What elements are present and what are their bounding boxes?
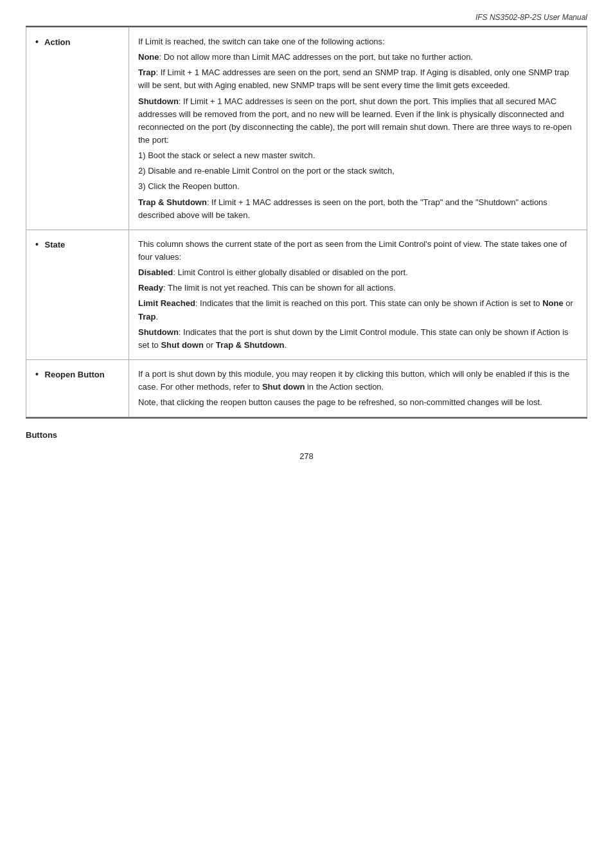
- header-title: IFS NS3502-8P-2S User Manual: [475, 13, 587, 22]
- state-ready: Ready: The limit is not yet reached. Thi…: [138, 282, 578, 294]
- action-label: Action: [44, 37, 70, 47]
- page-number: 278: [26, 451, 587, 461]
- reopen-text-1: If a port is shut down by this module, y…: [138, 368, 578, 393]
- state-shutdown: Shutdown: Indicates that the port is shu…: [138, 326, 578, 352]
- table-row: • State This column shows the current st…: [26, 230, 587, 359]
- buttons-label: Buttons: [26, 430, 57, 440]
- footer-section: Buttons: [26, 430, 587, 440]
- reopen-label-cell: • Reopen Button: [26, 359, 129, 417]
- state-limit-reached: Limit Reached: Indicates that the limit …: [138, 297, 578, 323]
- action-content-cell: If Limit is reached, the switch can take…: [129, 28, 587, 230]
- action-label-cell: • Action: [26, 28, 129, 230]
- state-content-cell: This column shows the current state of t…: [129, 230, 587, 359]
- state-disabled: Disabled: Limit Control is either global…: [138, 266, 578, 279]
- bullet-icon: •: [35, 238, 39, 252]
- bullet-icon: •: [35, 368, 39, 382]
- action-none: None: Do not allow more than Limit MAC a…: [138, 51, 578, 64]
- reopen-label: Reopen Button: [45, 370, 105, 379]
- state-intro: This column shows the current state of t…: [138, 238, 578, 264]
- action-reopen-3: 3) Click the Reopen button.: [138, 180, 578, 193]
- action-intro: If Limit is reached, the switch can take…: [138, 35, 578, 48]
- header: IFS NS3502-8P-2S User Manual: [26, 13, 587, 27]
- action-reopen-1: 1) Boot the stack or select a new master…: [138, 149, 578, 162]
- table-row: • Reopen Button If a port is shut down b…: [26, 359, 587, 417]
- table-row: • Action If Limit is reached, the switch…: [26, 28, 587, 230]
- state-label-cell: • State: [26, 230, 129, 359]
- action-trap: Trap: If Limit + 1 MAC addresses are see…: [138, 66, 578, 92]
- action-reopen-2: 2) Disable and re-enable Limit Control o…: [138, 165, 578, 177]
- action-trap-shutdown: Trap & Shutdown: If Limit + 1 MAC addres…: [138, 196, 578, 222]
- reopen-content-cell: If a port is shut down by this module, y…: [129, 359, 587, 417]
- bottom-divider: [26, 417, 587, 419]
- bullet-icon: •: [35, 35, 39, 50]
- main-table: • Action If Limit is reached, the switch…: [26, 27, 587, 417]
- reopen-text-2: Note, that clicking the reopen button ca…: [138, 396, 578, 409]
- state-label: State: [45, 240, 66, 249]
- action-shutdown: Shutdown: If Limit + 1 MAC addresses is …: [138, 95, 578, 147]
